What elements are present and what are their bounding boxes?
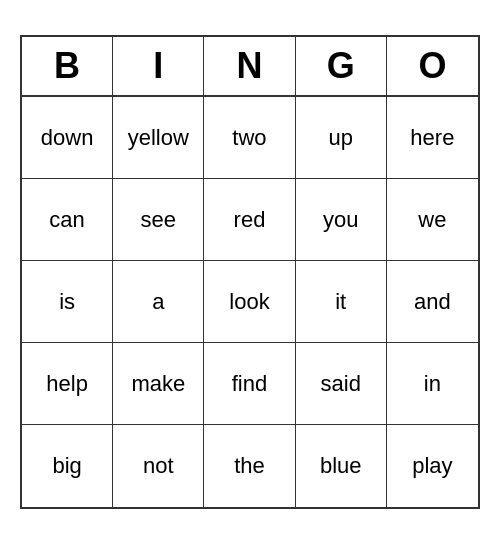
bingo-header: B I N G O: [22, 37, 478, 97]
bingo-cell-8[interactable]: you: [296, 179, 387, 261]
bingo-cell-19[interactable]: in: [387, 343, 478, 425]
bingo-cell-23[interactable]: blue: [296, 425, 387, 507]
header-n: N: [204, 37, 295, 95]
bingo-cell-11[interactable]: a: [113, 261, 204, 343]
bingo-cell-17[interactable]: find: [204, 343, 295, 425]
bingo-cell-21[interactable]: not: [113, 425, 204, 507]
header-o: O: [387, 37, 478, 95]
bingo-cell-18[interactable]: said: [296, 343, 387, 425]
bingo-cell-5[interactable]: can: [22, 179, 113, 261]
bingo-cell-7[interactable]: red: [204, 179, 295, 261]
bingo-cell-1[interactable]: yellow: [113, 97, 204, 179]
bingo-cell-0[interactable]: down: [22, 97, 113, 179]
header-b: B: [22, 37, 113, 95]
bingo-cell-14[interactable]: and: [387, 261, 478, 343]
bingo-cell-6[interactable]: see: [113, 179, 204, 261]
bingo-grid: downyellowtwoupherecanseeredyouweisalook…: [22, 97, 478, 507]
bingo-cell-2[interactable]: two: [204, 97, 295, 179]
bingo-cell-9[interactable]: we: [387, 179, 478, 261]
bingo-cell-4[interactable]: here: [387, 97, 478, 179]
bingo-cell-12[interactable]: look: [204, 261, 295, 343]
bingo-cell-10[interactable]: is: [22, 261, 113, 343]
bingo-cell-24[interactable]: play: [387, 425, 478, 507]
bingo-card: B I N G O downyellowtwoupherecanseeredyo…: [20, 35, 480, 509]
bingo-cell-16[interactable]: make: [113, 343, 204, 425]
bingo-cell-22[interactable]: the: [204, 425, 295, 507]
header-g: G: [296, 37, 387, 95]
bingo-cell-13[interactable]: it: [296, 261, 387, 343]
bingo-cell-20[interactable]: big: [22, 425, 113, 507]
header-i: I: [113, 37, 204, 95]
bingo-cell-3[interactable]: up: [296, 97, 387, 179]
bingo-cell-15[interactable]: help: [22, 343, 113, 425]
